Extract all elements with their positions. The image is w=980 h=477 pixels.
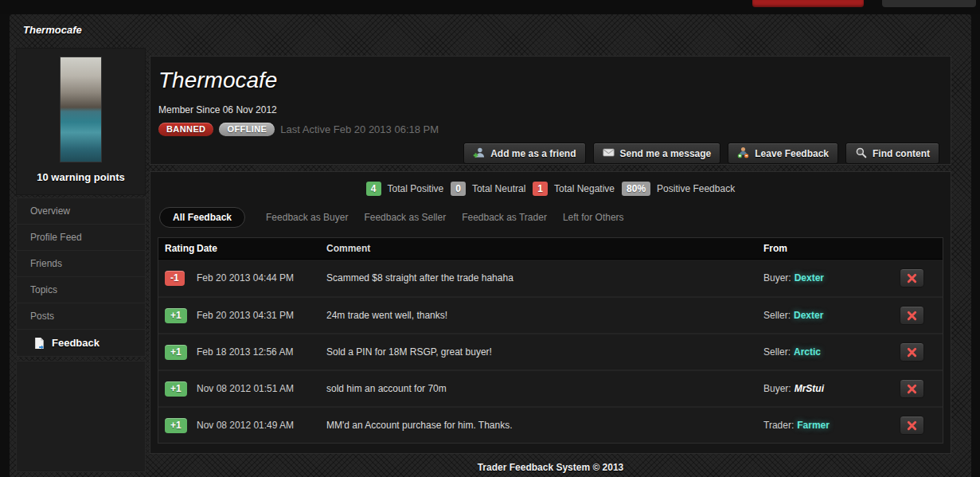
topbar-red-button[interactable] bbox=[752, 0, 864, 7]
sidebar-item-label: Friends bbox=[30, 251, 62, 276]
delete-feedback-button[interactable] bbox=[900, 342, 924, 362]
add-me-as-a-friend-button[interactable]: Add me as a friend bbox=[463, 143, 585, 164]
header-comment: Comment bbox=[326, 243, 763, 254]
sidebar-item-label: Feedback bbox=[52, 330, 100, 356]
feedback-table-header: Rating Date Comment From bbox=[158, 238, 943, 260]
breadcrumb-username[interactable]: Thermocafe bbox=[23, 24, 82, 36]
x-icon bbox=[907, 347, 917, 358]
header-date: Date bbox=[197, 243, 326, 254]
from-role-label: Buyer: bbox=[763, 383, 791, 394]
rating-badge: +1 bbox=[165, 308, 187, 323]
action-label: Add me as a friend bbox=[490, 148, 576, 159]
from-role-label: Seller: bbox=[763, 346, 791, 358]
offline-badge: OFFLINE bbox=[219, 123, 275, 136]
tab-left-for-others[interactable]: Left for Others bbox=[563, 212, 624, 223]
sidebar-item-feedback[interactable]: Feedback bbox=[17, 330, 145, 356]
feedback-comment: 24m trade went well, thanks! bbox=[326, 310, 763, 321]
message-icon bbox=[603, 147, 615, 161]
leave-feedback-button[interactable]: Leave Feedback bbox=[728, 143, 838, 164]
summary-count-badge: 4 bbox=[366, 182, 381, 196]
feedback-table-row: +1 Nov 08 2012 01:51 AM sold him an acco… bbox=[158, 369, 943, 406]
rating-badge: -1 bbox=[165, 271, 185, 286]
sidebar-item-topics[interactable]: Topics bbox=[17, 277, 145, 303]
tab-feedback-as-buyer[interactable]: Feedback as Buyer bbox=[266, 212, 348, 223]
find-content-icon bbox=[855, 147, 867, 161]
feedback-date: Nov 08 2012 01:51 AM bbox=[197, 383, 326, 394]
action-label: Send me a message bbox=[620, 148, 712, 159]
sidebar-empty-panel bbox=[16, 361, 146, 472]
from-username-link[interactable]: Arctic bbox=[794, 346, 821, 358]
avatar-box: 10 warning points bbox=[16, 48, 146, 195]
tab-all-feedback[interactable]: All Feedback bbox=[159, 207, 245, 228]
feedback-table: Rating Date Comment From -1 Feb 20 2013 … bbox=[158, 237, 943, 444]
header-from: From bbox=[763, 243, 890, 254]
top-bar bbox=[0, 0, 980, 14]
from-username-link[interactable]: Dexter bbox=[794, 310, 823, 321]
feedback-date: Feb 20 2013 04:44 PM bbox=[197, 272, 326, 283]
rating-badge: +1 bbox=[165, 381, 187, 397]
summary-item: 4 Total Positive bbox=[366, 182, 443, 196]
from-username-link[interactable]: Dexter bbox=[795, 272, 824, 283]
find-content-button[interactable]: Find content bbox=[845, 143, 939, 164]
feedback-summary: 4 Total Positive 0 Total Neutral 1 Total… bbox=[158, 178, 943, 202]
feedback-from: Buyer:MrStui bbox=[763, 383, 890, 394]
summary-item: 1 Total Negative bbox=[533, 182, 615, 196]
sidebar-item-label: Overview bbox=[30, 198, 70, 224]
page-wrapper: Thermocafe 10 warning points Overview Pr… bbox=[10, 14, 971, 477]
feedback-panel: 4 Total Positive 0 Total Neutral 1 Total… bbox=[150, 171, 951, 454]
action-label: Leave Feedback bbox=[755, 148, 829, 159]
delete-feedback-button[interactable] bbox=[900, 379, 924, 398]
summary-label: Positive Feedback bbox=[657, 183, 735, 194]
profile-actions: Add me as a friend Send me a message Lea… bbox=[158, 143, 939, 164]
last-active-label: Last Active Feb 20 2013 06:18 PM bbox=[280, 123, 439, 135]
feedback-tabs: All FeedbackFeedback as BuyerFeedback as… bbox=[158, 202, 943, 237]
sidebar-item-overview[interactable]: Overview bbox=[17, 198, 145, 225]
profile-header-panel: Thermocafe Member Since 06 Nov 2012 BANN… bbox=[150, 56, 951, 165]
feedback-comment: MM'd an Account purchase for him. Thanks… bbox=[326, 420, 763, 431]
leave-feedback-icon bbox=[737, 147, 749, 161]
delete-feedback-button[interactable] bbox=[900, 416, 924, 435]
feedback-table-row: +1 Nov 08 2012 01:49 AM MM'd an Account … bbox=[158, 406, 943, 443]
from-username-link[interactable]: Farmer bbox=[797, 420, 830, 431]
sidebar-nav: Overview Profile Feed Friends Topics Pos… bbox=[16, 197, 146, 357]
feedback-doc-icon bbox=[33, 337, 45, 350]
summary-label: Total Neutral bbox=[472, 183, 525, 194]
feedback-date: Feb 20 2013 04:31 PM bbox=[197, 310, 326, 321]
feedback-table-row: +1 Feb 20 2013 04:31 PM 24m trade went w… bbox=[158, 296, 943, 333]
delete-feedback-button[interactable] bbox=[900, 268, 924, 287]
banned-badge: BANNED bbox=[158, 123, 213, 136]
x-icon bbox=[907, 420, 917, 431]
feedback-from: Seller:Dexter bbox=[763, 310, 890, 321]
sidebar-item-label: Posts bbox=[30, 303, 54, 329]
add-friend-icon bbox=[473, 147, 485, 161]
feedback-comment: sold him an account for 70m bbox=[326, 383, 763, 394]
from-username-link[interactable]: MrStui bbox=[795, 383, 824, 394]
sidebar-item-friends[interactable]: Friends bbox=[17, 251, 145, 277]
summary-label: Total Negative bbox=[554, 183, 615, 194]
rating-badge: +1 bbox=[165, 345, 187, 360]
sidebar-item-label: Profile Feed bbox=[30, 225, 82, 250]
tab-feedback-as-trader[interactable]: Feedback as Trader bbox=[462, 212, 547, 223]
breadcrumb: Thermocafe bbox=[10, 14, 971, 45]
summary-item: 80% Positive Feedback bbox=[622, 182, 735, 196]
from-role-label: Buyer: bbox=[763, 272, 791, 283]
sidebar-item-profile-feed[interactable]: Profile Feed bbox=[17, 225, 145, 251]
delete-feedback-button[interactable] bbox=[900, 306, 924, 325]
from-role-label: Seller: bbox=[763, 310, 791, 321]
feedback-table-row: +1 Feb 18 2013 12:56 AM Sold a PIN for 1… bbox=[158, 333, 943, 369]
summary-count-badge: 1 bbox=[533, 182, 548, 196]
footer-text: Trader Feedback System © 2013 bbox=[150, 462, 951, 473]
feedback-comment: Scammed $8 straight after the trade haha… bbox=[326, 272, 763, 283]
tab-feedback-as-seller[interactable]: Feedback as Seller bbox=[364, 212, 446, 223]
status-row: BANNED OFFLINE Last Active Feb 20 2013 0… bbox=[158, 123, 939, 136]
rating-badge: +1 bbox=[165, 418, 187, 433]
send-me-a-message-button[interactable]: Send me a message bbox=[593, 143, 721, 164]
topbar-dark-button[interactable] bbox=[882, 0, 976, 7]
avatar-image[interactable] bbox=[60, 57, 102, 162]
summary-item: 0 Total Neutral bbox=[451, 182, 525, 196]
feedback-from: Trader:Farmer bbox=[763, 420, 890, 431]
from-role-label: Trader: bbox=[763, 420, 794, 431]
header-rating: Rating bbox=[158, 243, 197, 254]
sidebar-item-posts[interactable]: Posts bbox=[17, 303, 145, 330]
profile-username: Thermocafe bbox=[158, 68, 939, 93]
